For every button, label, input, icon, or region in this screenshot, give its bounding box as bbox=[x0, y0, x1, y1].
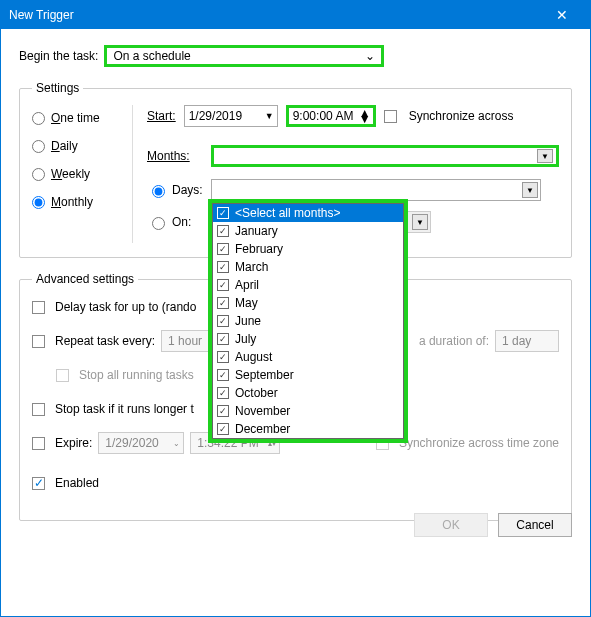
dialog-window: New Trigger ✕ Begin the task: On a sched… bbox=[0, 0, 591, 617]
checkbox-icon[interactable]: ✓ bbox=[217, 405, 229, 417]
freq-daily-radio[interactable] bbox=[32, 140, 45, 153]
months-dropdown[interactable]: ▼ bbox=[211, 145, 559, 167]
month-label: April bbox=[235, 278, 259, 292]
checkbox-icon[interactable]: ✓ bbox=[217, 387, 229, 399]
chevron-down-icon: ⌄ bbox=[173, 439, 180, 448]
month-label: June bbox=[235, 314, 261, 328]
ok-button[interactable]: OK bbox=[414, 513, 488, 537]
month-label: March bbox=[235, 260, 268, 274]
dropdown-button-icon: ▼ bbox=[412, 214, 428, 230]
begin-task-value: On a schedule bbox=[113, 49, 190, 63]
begin-task-dropdown[interactable]: On a schedule ⌄ bbox=[104, 45, 384, 67]
months-item[interactable]: ✓May bbox=[213, 294, 403, 312]
months-item[interactable]: ✓September bbox=[213, 366, 403, 384]
checkbox-icon[interactable]: ✓ bbox=[217, 207, 229, 219]
months-item[interactable]: ✓January bbox=[213, 222, 403, 240]
month-label: November bbox=[235, 404, 290, 418]
window-title: New Trigger bbox=[9, 8, 542, 22]
checkbox-icon[interactable]: ✓ bbox=[217, 369, 229, 381]
advanced-legend: Advanced settings bbox=[32, 272, 138, 286]
start-row: Start: 1/29/2019 ▼ 9:00:00 AM ▲▼ Synchro… bbox=[147, 105, 559, 127]
months-select-all-label: <Select all months> bbox=[235, 206, 340, 220]
enabled-checkbox[interactable]: ✓ bbox=[32, 477, 45, 490]
freq-monthly[interactable]: Monthly bbox=[32, 195, 132, 209]
checkbox-icon[interactable]: ✓ bbox=[217, 315, 229, 327]
dropdown-button-icon[interactable]: ▼ bbox=[522, 182, 538, 198]
months-item[interactable]: ✓March bbox=[213, 258, 403, 276]
months-item[interactable]: ✓December bbox=[213, 420, 403, 438]
cancel-button[interactable]: Cancel bbox=[498, 513, 572, 537]
settings-legend: Settings bbox=[32, 81, 83, 95]
dropdown-button-icon[interactable]: ▼ bbox=[537, 149, 553, 163]
freq-daily[interactable]: Daily bbox=[32, 139, 132, 153]
start-label: Start: bbox=[147, 109, 176, 123]
delay-checkbox[interactable] bbox=[32, 301, 45, 314]
enabled-row: ✓ Enabled bbox=[32, 472, 559, 494]
sync-checkbox[interactable] bbox=[384, 110, 397, 123]
start-time-value: 9:00:00 AM bbox=[293, 109, 354, 123]
expire-date-field[interactable]: 1/29/2020⌄ bbox=[98, 432, 184, 454]
on-radio[interactable] bbox=[152, 217, 165, 230]
days-radio[interactable] bbox=[152, 185, 165, 198]
months-label: Months: bbox=[147, 149, 203, 163]
expire-label: Expire: bbox=[55, 436, 92, 450]
days-dropdown[interactable]: ▼ bbox=[211, 179, 541, 201]
titlebar: New Trigger ✕ bbox=[1, 1, 590, 29]
stop-longer-label: Stop task if it runs longer t bbox=[55, 402, 194, 416]
month-label: August bbox=[235, 350, 272, 364]
dialog-buttons: OK Cancel bbox=[414, 513, 572, 537]
start-date-field[interactable]: 1/29/2019 ▼ bbox=[184, 105, 278, 127]
months-dropdown-list: ✓ <Select all months> ✓January✓February✓… bbox=[208, 199, 408, 443]
repeat-checkbox[interactable] bbox=[32, 335, 45, 348]
checkbox-icon[interactable]: ✓ bbox=[217, 297, 229, 309]
duration-label: a duration of: bbox=[419, 334, 489, 348]
months-item[interactable]: ✓August bbox=[213, 348, 403, 366]
months-item[interactable]: ✓April bbox=[213, 276, 403, 294]
duration-dropdown[interactable]: 1 day bbox=[495, 330, 559, 352]
checkbox-icon[interactable]: ✓ bbox=[217, 333, 229, 345]
checkbox-icon[interactable]: ✓ bbox=[217, 279, 229, 291]
freq-monthly-radio[interactable] bbox=[32, 196, 45, 209]
repeat-label: Repeat task every: bbox=[55, 334, 155, 348]
start-time-field[interactable]: 9:00:00 AM ▲▼ bbox=[286, 105, 376, 127]
stop-running-checkbox bbox=[56, 369, 69, 382]
expire-checkbox[interactable] bbox=[32, 437, 45, 450]
stop-longer-checkbox[interactable] bbox=[32, 403, 45, 416]
dialog-content: Begin the task: On a schedule ⌄ Settings… bbox=[1, 29, 590, 551]
months-item[interactable]: ✓February bbox=[213, 240, 403, 258]
freq-one-time[interactable]: One time bbox=[32, 111, 132, 125]
checkbox-icon[interactable]: ✓ bbox=[217, 423, 229, 435]
begin-task-row: Begin the task: On a schedule ⌄ bbox=[19, 45, 572, 67]
checkbox-icon[interactable]: ✓ bbox=[217, 261, 229, 273]
month-label: May bbox=[235, 296, 258, 310]
days-radio-label[interactable]: Days: bbox=[147, 182, 203, 198]
chevron-down-icon: ⌄ bbox=[365, 49, 375, 63]
chevron-down-icon: ▼ bbox=[265, 111, 274, 121]
freq-weekly[interactable]: Weekly bbox=[32, 167, 132, 181]
month-label: October bbox=[235, 386, 278, 400]
months-item[interactable]: ✓July bbox=[213, 330, 403, 348]
on-radio-label[interactable]: On: bbox=[147, 214, 203, 230]
months-item[interactable]: ✓November bbox=[213, 402, 403, 420]
sync-tz-label: Synchronize across time zone bbox=[399, 436, 559, 450]
spinner-icon[interactable]: ▲▼ bbox=[359, 110, 371, 122]
stop-running-label: Stop all running tasks bbox=[79, 368, 194, 382]
month-label: January bbox=[235, 224, 278, 238]
checkbox-icon[interactable]: ✓ bbox=[217, 351, 229, 363]
frequency-options: One time Daily Weekly Monthly bbox=[32, 105, 132, 243]
freq-weekly-radio[interactable] bbox=[32, 168, 45, 181]
months-item[interactable]: ✓October bbox=[213, 384, 403, 402]
close-icon[interactable]: ✕ bbox=[542, 7, 582, 23]
month-label: February bbox=[235, 242, 283, 256]
month-label: December bbox=[235, 422, 290, 436]
start-date-value: 1/29/2019 bbox=[189, 109, 242, 123]
days-row: Days: ▼ bbox=[147, 179, 559, 201]
sync-label: Synchronize across bbox=[409, 109, 514, 123]
checkbox-icon[interactable]: ✓ bbox=[217, 225, 229, 237]
months-item[interactable]: ✓June bbox=[213, 312, 403, 330]
enabled-label: Enabled bbox=[55, 476, 99, 490]
delay-label: Delay task for up to (rando bbox=[55, 300, 196, 314]
months-select-all[interactable]: ✓ <Select all months> bbox=[213, 204, 403, 222]
freq-one-time-radio[interactable] bbox=[32, 112, 45, 125]
checkbox-icon[interactable]: ✓ bbox=[217, 243, 229, 255]
